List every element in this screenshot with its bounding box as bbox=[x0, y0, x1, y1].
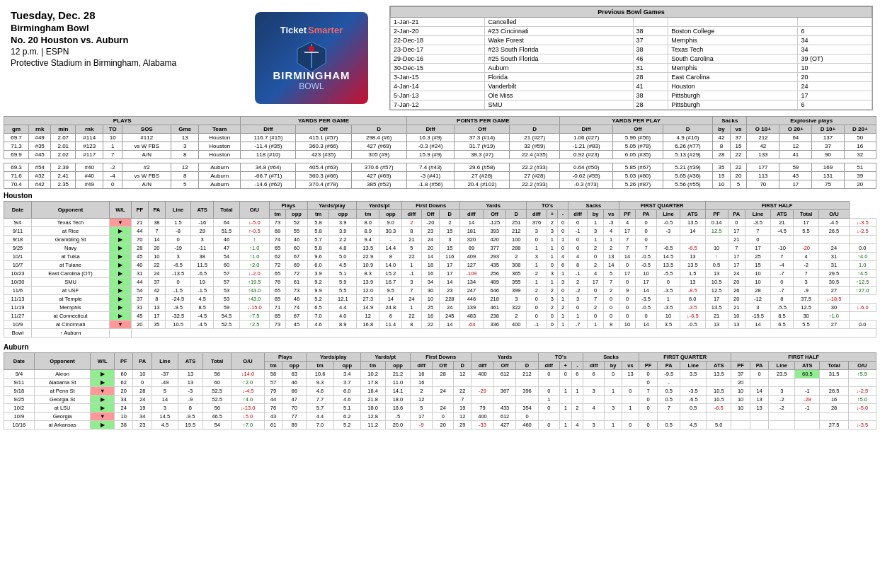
auburn-row-1: 69.3#542.39#40-2#212Auburn 34.8 (#64)405… bbox=[4, 163, 876, 172]
prev-games-title: Previous Bowl Games bbox=[391, 7, 872, 18]
houston-bowl-row: Bowl ↑ Auburn bbox=[4, 329, 876, 338]
event-info: Tuesday, Dec. 28 Birmingham Bowl No. 20 … bbox=[7, 6, 234, 110]
auburn-game-row: 9/25 Georgia St ▶ 3424 14-952.5↑4.0 4447… bbox=[4, 396, 876, 404]
houston-game-row: 10/9 at Cincinnati ▼ 2035 10.5-4.552.5↑2… bbox=[4, 321, 876, 329]
houston-game-row: 11/27 at Connecticut ▶ 4517 -32.5-4.554.… bbox=[4, 312, 876, 321]
auburn-section: Auburn Date Opponent W/L PF PA Line ATS … bbox=[0, 340, 880, 432]
houston-game-row: 9/18 Grambling St ▶ 7014 0346↑ 7446 5.72… bbox=[4, 236, 876, 244]
auburn-game-row: 9/4 Akron ▶ 6010 -371356↓14.0 5863 10.63… bbox=[4, 370, 876, 379]
table-row: 23-Dec-17 #23 South Florida 38 Texas Tec… bbox=[391, 45, 872, 54]
houston-row-1: 69.7#492.07#11410#11213Houston 116.7 (#1… bbox=[4, 134, 876, 142]
auburn-game-row: 10/9 Georgia ▼ 1034 14.5-9.546.5↓5.0 437… bbox=[4, 413, 876, 421]
auburn-game-row: 9/11 Alabama St ▶ 620 -491360↑2.0 5746 9… bbox=[4, 379, 876, 387]
ypp-header: YARDS PER PLAY bbox=[560, 117, 713, 125]
houston-game-row: 11/6 at USF ▶ 5442 -1.5-1.553↑43.0 6573 … bbox=[4, 287, 876, 295]
ticket-label: Ticket bbox=[280, 25, 307, 35]
houston-row-2: 71.3#352.01#1231vs W FBS3Houston -11.4 (… bbox=[4, 142, 876, 151]
auburn-row-2: 71.6#322.41#40-4vs W FBS8Auburn -66.7 (#… bbox=[4, 172, 876, 180]
table-row: 4-Jan-14 Vanderbilt 41 Houston 24 bbox=[391, 82, 872, 91]
bowl-name: BIRMINGHAM bbox=[273, 69, 350, 81]
auburn-detail-table: Date Opponent W/L PF PA Line ATS Total O… bbox=[4, 352, 876, 430]
houston-game-row: 9/4 Texas Tech ▼ 2138 1.5-1664↓-5.0 7352… bbox=[4, 219, 876, 227]
houston-game-row: 11/13 at Temple ▶ 378 -24.54.553↑43.0 65… bbox=[4, 295, 876, 304]
houston-game-row: 11/19 Memphis ▶ 3113 -9.58.559↓-15.0 717… bbox=[4, 304, 876, 312]
houston-game-row: 10/7 at Tulane ▶ 4022 -6.511.560↑2.0 726… bbox=[4, 261, 876, 270]
event-venue: Protective Stadium in Birmingham, Alabam… bbox=[11, 58, 230, 68]
event-time: 12 p.m. | ESPN bbox=[11, 47, 230, 57]
auburn-game-row: 10/16 at Arkansas ▶ 3823 4.519.554↑7.0 6… bbox=[4, 421, 876, 430]
houston-game-row: 9/11 at Rice ▶ 447 -82951.5↑-0.5 6855 5.… bbox=[4, 227, 876, 236]
plays-header: PLAYS bbox=[4, 117, 241, 125]
ypg-header: YARDS PER GAME bbox=[241, 117, 406, 125]
event-matchup: No. 20 Houston vs. Auburn bbox=[11, 35, 230, 45]
houston-detail-table: Date Opponent W/L PF PA Line ATS Total O… bbox=[4, 201, 876, 338]
houston-team-label: Houston bbox=[4, 192, 876, 200]
sacks-header: Sacks bbox=[713, 117, 747, 125]
logo-area: Ticket Smarter BIRMINGHAM BOWL bbox=[241, 6, 382, 110]
summary-section: PLAYS YARDS PER GAME POINTS PER GAME YAR… bbox=[0, 116, 880, 189]
houston-game-row: 10/1 at Tulsa ▶ 4510 33854↑1.0 6267 9.65… bbox=[4, 253, 876, 261]
auburn-game-row: 10/2 at LSU ▶ 2419 3856↓-13.0 7670 5.75.… bbox=[4, 404, 876, 413]
table-row: 1-Jan-21 Cancelled bbox=[391, 18, 872, 27]
table-row: 30-Dec-15 Auburn 31 Memphis 10 bbox=[391, 64, 872, 73]
houston-game-row: 10/23 East Carolina (OT) ▶ 3124 -13.5-6.… bbox=[4, 270, 876, 278]
event-date: Tuesday, Dec. 28 bbox=[11, 9, 230, 21]
prev-games-table: Previous Bowl Games 1-Jan-21 Cancelled 2… bbox=[389, 6, 873, 110]
houston-game-row: 9/25 Navy ▶ 2820 -19-1147↑1.0 6560 5.84.… bbox=[4, 244, 876, 253]
smarter-label: Smarter bbox=[308, 25, 343, 35]
ppg-header: POINTS PER GAME bbox=[406, 117, 559, 125]
table-row: 5-Jan-13 Ole Miss 38 Pittsburgh 17 bbox=[391, 91, 872, 100]
table-row: 29-Dec-16 #25 South Florida 46 South Car… bbox=[391, 54, 872, 64]
sponsor-logo: Ticket Smarter BIRMINGHAM BOWL bbox=[255, 12, 368, 104]
auburn-row-3: 70.4#422.35#490A/N5Auburn -14.6 (#62)370… bbox=[4, 180, 876, 189]
table-row: 3-Jan-15 Florida 28 East Carolina 20 bbox=[391, 73, 872, 82]
auburn-team-label: Auburn bbox=[4, 343, 876, 351]
explosive-header: Explosive plays bbox=[747, 117, 876, 125]
bowl-sub: BOWL bbox=[299, 81, 324, 91]
houston-row-3: 69.9#452.02#1177A/N8Houston 118 (#10)423… bbox=[4, 151, 876, 159]
houston-section: Houston Date Opponent W/L PF PA Line ATS… bbox=[0, 189, 880, 340]
table-row: 2-Jan-20 #23 Cincinnati 38 Boston Colleg… bbox=[391, 27, 872, 36]
auburn-game-row: 9/18 at Penn St ▼ 2028 5-352.5↓-4.5 7966… bbox=[4, 387, 876, 396]
event-title: Birmingham Bowl bbox=[11, 23, 230, 33]
svg-point-0 bbox=[309, 46, 314, 52]
page-container: Tuesday, Dec. 28 Birmingham Bowl No. 20 … bbox=[0, 0, 880, 432]
table-row: 7-Jan-12 SMU 28 Pittsburgh 6 bbox=[391, 100, 872, 110]
houston-game-row: 10/30 SMU ▶ 4437 01957↑19.5 7661 9.25.9 … bbox=[4, 278, 876, 287]
top-section: Tuesday, Dec. 28 Birmingham Bowl No. 20 … bbox=[0, 0, 880, 116]
summary-table: PLAYS YARDS PER GAME POINTS PER GAME YAR… bbox=[4, 116, 876, 189]
table-row: 22-Dec-18 Wake Forest 37 Memphis 34 bbox=[391, 36, 872, 45]
